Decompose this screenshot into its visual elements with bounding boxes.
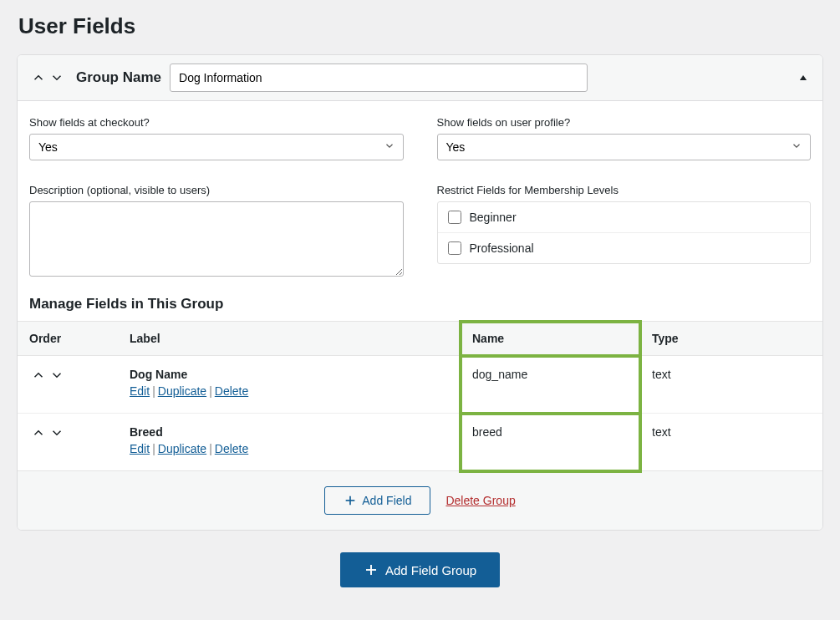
plus-icon <box>364 562 379 577</box>
table-row: Breed Edit|Duplicate|Delete breed text <box>18 414 822 471</box>
description-label: Description (optional, visible to users) <box>29 184 404 196</box>
plus-icon <box>344 494 357 507</box>
add-field-button[interactable]: Add Field <box>324 486 430 515</box>
table-row: Dog Name Edit|Duplicate|Delete dog_name … <box>18 356 822 414</box>
fields-table: Order Label Name Type Dog Name <box>18 321 822 471</box>
duplicate-link[interactable]: Duplicate <box>158 384 206 398</box>
show-checkout-select[interactable]: Yes <box>29 134 404 160</box>
field-type-cell: text <box>640 356 822 414</box>
show-profile-label: Show fields on user profile? <box>437 116 812 129</box>
membership-levels-list: Beginner Professional <box>437 201 812 264</box>
show-checkout-label: Show fields at checkout? <box>29 116 404 129</box>
description-textarea[interactable] <box>29 201 404 277</box>
delete-group-link[interactable]: Delete Group <box>445 494 515 507</box>
field-move-down-button[interactable] <box>48 425 66 440</box>
group-move-down-button[interactable] <box>48 70 66 85</box>
level-checkbox-beginner[interactable] <box>448 211 461 224</box>
th-order: Order <box>18 322 118 356</box>
chevron-up-icon <box>31 425 46 440</box>
edit-link[interactable]: Edit <box>130 442 150 455</box>
group-name-input[interactable] <box>170 64 588 92</box>
group-move-up-button[interactable] <box>29 70 48 85</box>
group-footer: Add Field Delete Group <box>18 471 822 530</box>
field-name-cell: dog_name <box>461 356 640 414</box>
edit-link[interactable]: Edit <box>130 384 150 398</box>
restrict-levels-label: Restrict Fields for Membership Levels <box>437 184 812 196</box>
svg-marker-0 <box>800 75 807 80</box>
group-name-label: Group Name <box>76 69 161 86</box>
collapse-group-button[interactable] <box>796 72 811 84</box>
manage-fields-title: Manage Fields in This Group <box>18 284 822 321</box>
field-move-down-button[interactable] <box>48 368 66 383</box>
th-name: Name <box>461 322 640 356</box>
list-item[interactable]: Professional <box>438 233 811 263</box>
th-label: Label <box>118 322 461 356</box>
add-field-group-button[interactable]: Add Field Group <box>340 552 500 587</box>
chevron-down-icon <box>49 425 64 440</box>
group-order-controls <box>29 70 66 85</box>
duplicate-link[interactable]: Duplicate <box>158 442 206 455</box>
group-header: Group Name <box>18 55 822 101</box>
level-checkbox-professional[interactable] <box>448 241 461 255</box>
show-profile-select[interactable]: Yes <box>437 134 812 160</box>
list-item[interactable]: Beginner <box>438 202 811 233</box>
field-move-up-button[interactable] <box>29 368 48 383</box>
field-group-card: Group Name Show fields at checkout? Yes … <box>17 54 823 531</box>
delete-link[interactable]: Delete <box>215 384 248 398</box>
field-name-cell: breed <box>461 414 640 471</box>
th-type: Type <box>640 322 822 356</box>
page-title: User Fields <box>18 13 823 39</box>
field-move-up-button[interactable] <box>29 425 48 440</box>
field-type-cell: text <box>640 414 822 471</box>
triangle-up-icon <box>797 72 809 84</box>
field-label-text: Dog Name <box>130 368 449 381</box>
level-label: Professional <box>470 241 534 255</box>
group-body: Show fields at checkout? Yes Description… <box>18 101 822 284</box>
delete-link[interactable]: Delete <box>215 442 248 455</box>
field-label-text: Breed <box>130 425 449 439</box>
chevron-down-icon <box>49 368 64 383</box>
chevron-up-icon <box>31 368 46 383</box>
chevron-up-icon <box>31 70 46 85</box>
chevron-down-icon <box>49 70 64 85</box>
level-label: Beginner <box>470 211 517 224</box>
